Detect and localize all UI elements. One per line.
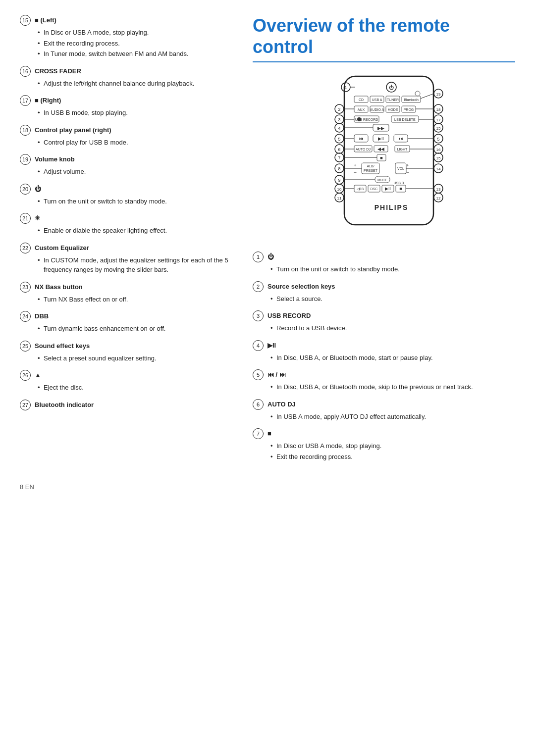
bullet-list: Record to a USB device. [270,323,515,333]
svg-text:9: 9 [338,178,340,183]
right-section-5: 5⏮ / ⏭In Disc, USB A, or Bluetooth mode,… [253,369,515,392]
svg-text:+: + [354,163,356,168]
right-section-3: 3USB RECORDRecord to a USB device. [253,310,515,333]
svg-text:12: 12 [436,196,441,201]
svg-text:PHILIPS: PHILIPS [374,203,408,211]
svg-text:MODE: MODE [388,108,398,111]
list-item: Turn dynamic bass enhancement on or off. [38,324,238,334]
section-header: 23NX Bass button [20,282,238,293]
section-number: 5 [253,369,264,380]
svg-text:17: 17 [436,118,441,122]
section-title: ⏮ / ⏭ [268,371,286,378]
section-title: ■ [268,430,271,437]
bullet-list: In Disc, USB A, or Bluetooth mode, start… [270,353,515,363]
svg-text:16: 16 [436,148,441,152]
right-sections: 1⏻Turn on the unit or switch to standby … [253,252,515,468]
svg-text:■: ■ [399,186,402,191]
section-header: 1⏻ [253,252,515,262]
section-number: 16 [20,66,31,77]
list-item: Enable or diable the speaker lighting ef… [38,226,238,236]
svg-text:19: 19 [436,92,441,97]
svg-text:▶II: ▶II [378,136,384,141]
section-header: 25Sound effect keys [20,341,238,352]
svg-point-22 [357,117,361,121]
svg-text:DSC: DSC [371,187,378,191]
right-section-4: 4▶IIIn Disc, USB A, or Bluetooth mode, s… [253,340,515,363]
section-number: 3 [253,310,264,321]
section-number: 7 [253,428,264,439]
bullet-list: In CUSTOM mode, adjust the equalizer set… [38,255,238,275]
list-item: Control play for USB B mode. [38,138,238,148]
svg-text:–: – [406,170,409,175]
svg-text:▶II: ▶II [385,186,391,191]
svg-text:1: 1 [344,85,347,90]
section-number: 4 [253,340,264,351]
section-title: ⏻ [35,185,41,193]
svg-text:10: 10 [337,187,342,192]
section-number: 24 [20,311,31,322]
section-header: 15■ (Left) [20,15,238,26]
list-item: Turn on the unit or switch to standby mo… [38,197,238,206]
svg-text:ALB/: ALB/ [367,164,374,168]
section-header: 22Custom Equalizer [20,243,238,253]
list-item: Adjust volume. [38,167,238,177]
section-title: Source selection keys [268,283,335,290]
section-title: Volume knob [35,155,75,163]
svg-text:8: 8 [338,166,340,171]
section-header: 27Bluetooth indicator [20,400,238,410]
bullet-list: Turn NX Bass effect on or off. [38,295,238,304]
svg-text:⏮: ⏮ [359,136,364,141]
svg-text:+: + [406,163,409,168]
list-item: Exit the recording process. [270,452,515,462]
left-column: 15■ (Left)In Disc or USB A mode, stop pl… [20,15,238,468]
bullet-list: Control play for USB B mode. [38,138,238,148]
right-section-1: 1⏻Turn on the unit or switch to standby … [253,252,515,274]
svg-text:4: 4 [338,126,340,131]
svg-text:⏻: ⏻ [389,85,394,90]
svg-text:7: 7 [338,155,340,160]
section-title: ▶II [268,342,276,349]
svg-text:⏭: ⏭ [399,136,403,141]
section-number: 18 [20,125,31,136]
section-title: Bluetooth indicator [35,401,94,408]
svg-text:AUTO DJ: AUTO DJ [356,148,371,151]
svg-text:▶▶: ▶▶ [377,126,384,131]
bullet-list: In USB B mode, stop playing. [38,108,238,118]
left-section-21: 21✳Enable or diable the speaker lighting… [20,213,238,236]
list-item: Record to a USB device. [270,323,515,333]
section-title: Custom Equalizer [35,244,89,252]
right-section-2: 2Source selection keysSelect a source. [253,281,515,304]
list-item: In USB B mode, stop playing. [38,108,238,118]
section-header: 24DBB [20,311,238,322]
list-item: Eject the disc. [38,383,238,393]
svg-text:USB A: USB A [372,98,382,101]
section-header: 2Source selection keys [253,281,515,292]
left-section-18: 18Control play panel (right)Control play… [20,125,238,148]
svg-text:2: 2 [338,107,340,112]
page-layout: 15■ (Left)In Disc or USB A mode, stop pl… [20,15,515,468]
section-number: 1 [253,252,264,262]
svg-text:◀◀: ◀◀ [377,147,384,151]
list-item: In Disc or USB A mode, stop playing. [38,28,238,38]
list-item: In USB A mode, apply AUTO DJ effect auto… [270,412,515,422]
left-section-17: 17■ (Right)In USB B mode, stop playing. [20,95,238,118]
section-header: 16CROSS FADER [20,66,238,77]
section-header: 20⏻ [20,184,238,195]
list-item: In Disc, USB A, or Bluetooth mode, start… [270,353,515,363]
section-header: 19Volume knob [20,154,238,165]
left-section-24: 24DBBTurn dynamic bass enhancement on or… [20,311,238,334]
svg-text:15: 15 [436,156,441,160]
remote-illustration: ⏻ CD USB A TUNER Bluetooth AUX AUDIO A M… [253,71,515,240]
svg-text:VOL: VOL [397,167,404,170]
bullet-list: Turn dynamic bass enhancement on or off. [38,324,238,334]
svg-text:11: 11 [337,196,342,201]
section-number: 15 [20,15,31,26]
svg-text:USB B: USB B [393,181,404,185]
page-footer: 8 EN [20,483,515,491]
bullet-list: Turn on the unit or switch to standby mo… [38,197,238,206]
svg-text:18: 18 [436,107,441,112]
bullet-list: In Disc or USB A mode, stop playing.Exit… [270,441,515,461]
section-header: 17■ (Right) [20,95,238,106]
section-header: 4▶II [253,340,515,351]
remote-svg: ⏻ CD USB A TUNER Bluetooth AUX AUDIO A M… [300,71,468,240]
